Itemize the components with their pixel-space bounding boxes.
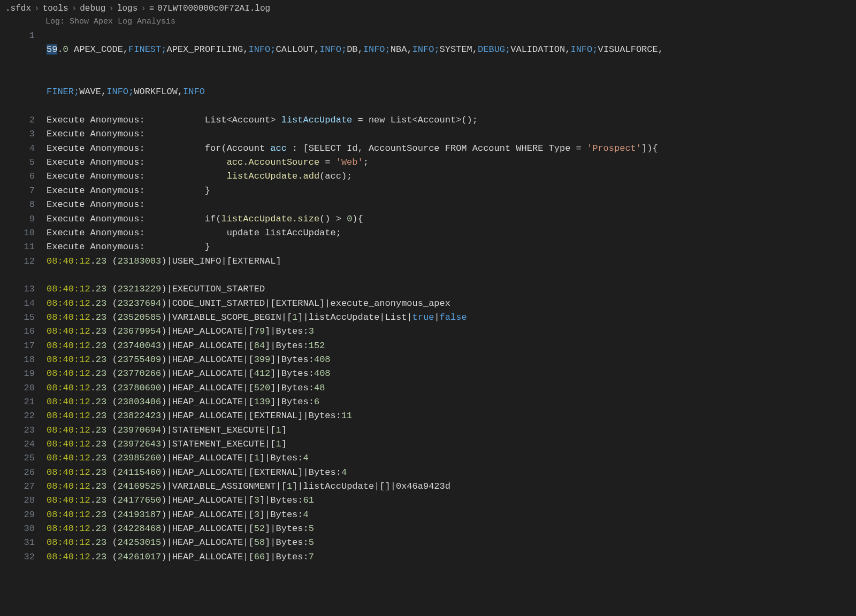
code-line[interactable]: 9Execute Anonymous: if(listAccUpdate.siz… [5,212,856,226]
line-number: 22 [5,409,47,423]
code-line[interactable]: 10Execute Anonymous: update listAccUpdat… [5,226,856,240]
code-line[interactable]: 11Execute Anonymous: } [5,240,856,254]
crumb-tools[interactable]: tools [43,2,68,16]
line-number: 24 [5,437,47,451]
log-line[interactable]: 1508:40:12.23 (23520585)|VARIABLE_SCOPE_… [5,311,856,325]
offset-id: 24177650 [118,495,162,505]
offset-id: 23237694 [118,298,162,309]
timestamp: 08:40:12 [47,368,90,379]
line-number [5,71,47,113]
version-selected: 59 [47,44,57,55]
offset-id: 23520585 [118,312,162,322]
line-number: 21 [5,395,47,409]
timestamp: 08:40:12 [47,256,90,266]
log-line[interactable]: 2808:40:12.23 (24177650)|HEAP_ALLOCATE|[… [5,494,856,507]
log-line[interactable]: 1708:40:12.23 (23740043)|HEAP_ALLOCATE|[… [5,339,856,353]
line-number: 30 [5,522,47,536]
offset-id: 23213229 [118,284,162,294]
file-icon: ≡ [149,3,154,15]
log-line[interactable]: 3208:40:12.23 (24261017)|HEAP_ALLOCATE|[… [5,550,856,564]
code-line[interactable]: 8Execute Anonymous: [5,198,856,212]
code-line[interactable]: 7Execute Anonymous: } [5,184,856,198]
log-line[interactable]: 2708:40:12.23 (24169525)|VARIABLE_ASSIGN… [5,480,856,494]
line-number: 29 [5,508,47,522]
line-number: 14 [5,297,47,311]
log-line[interactable]: 1408:40:12.23 (23237694)|CODE_UNIT_START… [5,297,856,311]
offset-id: 24193187 [118,510,162,520]
log-line[interactable]: 2208:40:12.23 (23822423)|HEAP_ALLOCATE|[… [5,409,856,423]
timestamp: 08:40:12 [47,425,90,435]
line-number: 18 [5,353,47,367]
code-line-wrap[interactable]: FINER;WAVE,INFO;WORKFLOW,INFO [5,71,856,113]
chevron-right-icon: › [34,2,40,16]
timestamp: 08:40:12 [47,411,90,421]
offset-id: 24115460 [118,467,162,478]
log-line[interactable]: 2608:40:12.23 (24115460)|HEAP_ALLOCATE|[… [5,466,856,480]
blank-line [5,268,856,282]
code-line[interactable]: 1 59.0 APEX_CODE,FINEST;APEX_PROFILING,I… [5,29,856,71]
log-line[interactable]: 3108:40:12.23 (24253015)|HEAP_ALLOCATE|[… [5,536,856,550]
line-number: 20 [5,381,47,395]
offset-id: 23822423 [118,411,162,421]
log-line[interactable]: 2008:40:12.23 (23780690)|HEAP_ALLOCATE|[… [5,381,856,395]
timestamp: 08:40:12 [47,439,90,449]
code-line[interactable]: 3Execute Anonymous: [5,127,856,141]
editor[interactable]: 1 59.0 APEX_CODE,FINEST;APEX_PROFILING,I… [0,29,856,564]
timestamp: 08:40:12 [47,467,90,478]
log-line[interactable]: 1608:40:12.23 (23679954)|HEAP_ALLOCATE|[… [5,325,856,338]
line-number: 32 [5,550,47,564]
offset-id: 24261017 [118,552,162,562]
code-line[interactable]: 2Execute Anonymous: List<Account> listAc… [5,113,856,127]
line-number: 26 [5,466,47,480]
breadcrumb[interactable]: .sfdx › tools › debug › logs › ≡ 07LWT00… [0,0,856,17]
log-line[interactable]: 1808:40:12.23 (23755409)|HEAP_ALLOCATE|[… [5,353,856,367]
crumb-sfdx[interactable]: .sfdx [5,2,31,16]
timestamp: 08:40:12 [47,341,90,351]
timestamp: 08:40:12 [47,552,90,562]
chevron-right-icon: › [72,2,77,16]
line-number: 31 [5,536,47,550]
crumb-debug[interactable]: debug [80,2,105,16]
line-number: 25 [5,451,47,465]
line-number: 13 [5,282,47,296]
crumb-file[interactable]: 07LWT000000c0F72AI.log [157,2,270,16]
line-number: 12 [5,255,47,268]
log-line[interactable]: 2408:40:12.23 (23972643)|STATEMENT_EXECU… [5,437,856,451]
offset-id: 23755409 [118,355,162,365]
offset-id: 23740043 [118,341,162,351]
timestamp: 08:40:12 [47,510,90,520]
log-line[interactable]: 1308:40:12.23 (23213229)|EXECUTION_START… [5,282,856,296]
offset-id: 23970694 [118,425,162,435]
log-line[interactable]: 1208:40:12.23 (23183003)|USER_INFO|[EXTE… [5,255,856,268]
line-number: 17 [5,339,47,353]
log-line[interactable]: 2308:40:12.23 (23970694)|STATEMENT_EXECU… [5,424,856,437]
offset-id: 23780690 [118,383,162,393]
code-line[interactable]: 6Execute Anonymous: listAccUpdate.add(ac… [5,170,856,183]
log-line[interactable]: 2108:40:12.23 (23803406)|HEAP_ALLOCATE|[… [5,395,856,409]
line-number: 27 [5,480,47,494]
log-line[interactable]: 2908:40:12.23 (24193187)|HEAP_ALLOCATE|[… [5,508,856,522]
offset-id: 23770266 [118,368,162,379]
line-number: 19 [5,367,47,381]
line-number: 23 [5,424,47,437]
offset-id: 23679954 [118,326,162,336]
code-line[interactable]: 5Execute Anonymous: acc.AccountSource = … [5,156,856,170]
timestamp: 08:40:12 [47,355,90,365]
timestamp: 08:40:12 [47,284,90,294]
timestamp: 08:40:12 [47,523,90,534]
timestamp: 08:40:12 [47,312,90,322]
log-line[interactable]: 1908:40:12.23 (23770266)|HEAP_ALLOCATE|[… [5,367,856,381]
line-number: 16 [5,325,47,338]
crumb-logs[interactable]: logs [117,2,137,16]
log-line[interactable]: 2508:40:12.23 (23985260)|HEAP_ALLOCATE|[… [5,451,856,465]
timestamp: 08:40:12 [47,453,90,463]
offset-id: 23803406 [118,397,162,407]
offset-id: 24253015 [118,537,162,548]
timestamp: 08:40:12 [47,397,90,407]
timestamp: 08:40:12 [47,326,90,336]
codelens-link[interactable]: Log: Show Apex Log Analysis [0,16,856,28]
log-line[interactable]: 3008:40:12.23 (24228468)|HEAP_ALLOCATE|[… [5,522,856,536]
code-line[interactable]: 4Execute Anonymous: for(Account acc : [S… [5,142,856,156]
line-number: 28 [5,494,47,507]
timestamp: 08:40:12 [47,537,90,548]
